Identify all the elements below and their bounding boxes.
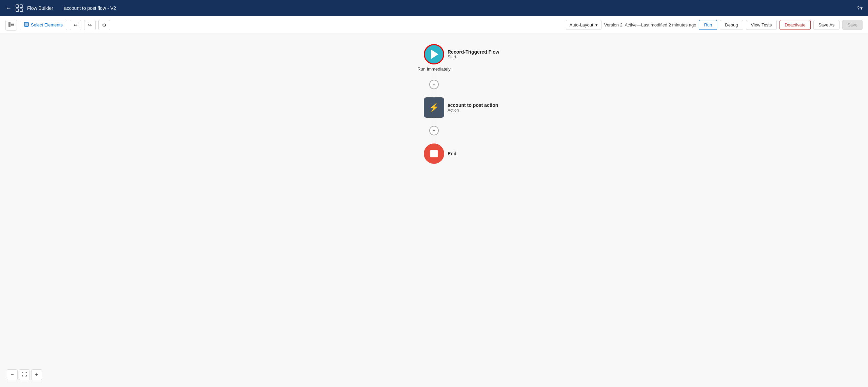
fit-icon <box>22 372 27 378</box>
sidebar-toggle-button[interactable] <box>5 20 17 31</box>
stop-icon <box>430 150 438 157</box>
auto-layout-button[interactable]: Auto-Layout ▾ <box>566 20 601 30</box>
svg-rect-7 <box>11 25 14 26</box>
start-node-box[interactable] <box>424 44 444 64</box>
settings-icon: ⚙ <box>102 22 106 28</box>
zoom-out-icon: − <box>11 372 14 378</box>
back-icon: ← <box>5 5 12 12</box>
zoom-in-button[interactable]: + <box>31 369 42 380</box>
undo-button[interactable]: ↩ <box>70 20 81 30</box>
zoom-controls: − + <box>7 369 42 380</box>
start-node-below-label: Run Immediately <box>417 66 451 72</box>
sidebar-toggle-icon <box>8 22 14 28</box>
svg-rect-0 <box>16 5 19 7</box>
flow-diagram: Record-Triggered Flow Start Run Immediat… <box>417 34 451 164</box>
start-node[interactable]: Record-Triggered Flow Start Run Immediat… <box>417 44 451 72</box>
svg-rect-6 <box>11 24 14 25</box>
save-button[interactable]: Save <box>842 20 863 30</box>
action-node-label: account to post action Action <box>448 102 498 113</box>
view-tests-button[interactable]: View Tests <box>746 20 777 30</box>
help-dropdown-icon: ▾ <box>860 5 863 11</box>
toolbar: Select Elements ↩ ↪ ⚙ Auto-Layout ▾ Vers… <box>0 16 868 34</box>
lightning-icon: ⚡ <box>429 103 439 112</box>
start-node-row: Record-Triggered Flow Start <box>424 44 444 64</box>
zoom-in-icon: + <box>35 372 38 378</box>
save-label: Save <box>847 22 857 27</box>
svg-rect-5 <box>11 23 14 23</box>
auto-layout-label: Auto-Layout <box>570 22 593 27</box>
zoom-out-button[interactable]: − <box>7 369 18 380</box>
toolbar-center: Auto-Layout ▾ Version 2: Active—Last mod… <box>566 20 863 30</box>
app-logo <box>16 4 23 12</box>
svg-rect-2 <box>16 9 19 12</box>
run-label: Run <box>704 22 712 27</box>
action-node-box[interactable]: ⚡ <box>424 97 444 118</box>
play-icon <box>431 50 438 59</box>
add-button-1[interactable]: + <box>429 80 439 89</box>
debug-label: Debug <box>725 22 738 27</box>
deactivate-button[interactable]: Deactivate <box>780 20 810 30</box>
save-as-label: Save As <box>818 22 835 27</box>
connector-line-top-1 <box>434 72 434 80</box>
svg-rect-9 <box>25 23 28 26</box>
action-node[interactable]: ⚡ account to post action Action <box>424 97 444 118</box>
debug-button[interactable]: Debug <box>720 20 743 30</box>
select-elements-label: Select Elements <box>31 22 63 27</box>
add-icon-1: + <box>432 82 435 87</box>
start-node-title: Record-Triggered Flow <box>448 49 499 55</box>
start-node-subtitle: Start <box>448 55 499 59</box>
select-elements-icon <box>24 22 29 28</box>
flow-name: account to post flow - V2 <box>64 5 116 11</box>
back-button[interactable]: ← <box>5 5 12 12</box>
redo-icon: ↪ <box>88 22 92 28</box>
select-elements-button[interactable]: Select Elements <box>20 20 67 30</box>
fit-button[interactable] <box>19 369 30 380</box>
run-button[interactable]: Run <box>699 20 717 30</box>
connector-line-top-2 <box>434 118 434 126</box>
end-node-row: End <box>424 143 444 164</box>
connector-2: + <box>429 118 439 143</box>
action-node-row: ⚡ account to post action Action <box>424 97 444 118</box>
undo-icon: ↩ <box>74 22 78 28</box>
settings-button[interactable]: ⚙ <box>98 20 110 30</box>
view-tests-label: View Tests <box>751 22 772 27</box>
auto-layout-dropdown-icon: ▾ <box>595 22 598 27</box>
connector-line-bottom-2 <box>434 135 434 143</box>
start-node-label: Record-Triggered Flow Start <box>448 49 499 59</box>
add-icon-2: + <box>432 128 435 133</box>
end-node-label: End <box>448 151 456 156</box>
logo-icon <box>16 4 23 12</box>
add-button-2[interactable]: + <box>429 126 439 135</box>
top-nav: ← Flow Builder account to post flow - V2… <box>0 0 868 16</box>
save-as-button[interactable]: Save As <box>813 20 840 30</box>
app-title: Flow Builder <box>27 5 53 11</box>
redo-button[interactable]: ↪ <box>84 20 96 30</box>
svg-rect-1 <box>20 5 23 7</box>
end-node-box[interactable] <box>424 143 444 164</box>
deactivate-label: Deactivate <box>785 22 805 27</box>
svg-rect-3 <box>20 9 23 12</box>
svg-rect-4 <box>8 22 11 27</box>
canvas: Record-Triggered Flow Start Run Immediat… <box>0 34 868 387</box>
version-status: Version 2: Active—Last modified 2 minute… <box>604 22 696 27</box>
end-node-title: End <box>448 151 456 156</box>
help-icon: ? <box>857 5 860 11</box>
action-node-subtitle: Action <box>448 108 498 113</box>
help-button[interactable]: ? ▾ <box>857 5 863 11</box>
connector-line-bottom-1 <box>434 89 434 97</box>
end-node[interactable]: End <box>424 143 444 164</box>
action-node-title: account to post action <box>448 102 498 108</box>
connector-1: + <box>429 72 439 97</box>
